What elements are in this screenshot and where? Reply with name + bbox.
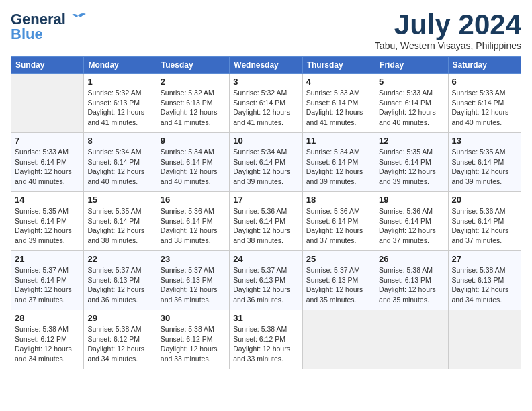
day-number: 12 [379,136,444,146]
calendar-cell: 12Sunrise: 5:35 AMSunset: 6:14 PMDayligh… [375,133,448,192]
page-header: General Blue July 2024 Tabu, Western Vis… [11,11,521,51]
day-info: Sunrise: 5:38 AMSunset: 6:12 PMDaylight:… [233,324,298,364]
weekday-header: Sunday [11,57,84,74]
day-info: Sunrise: 5:36 AMSunset: 6:14 PMDaylight:… [233,206,298,246]
day-info: Sunrise: 5:37 AMSunset: 6:13 PMDaylight:… [161,265,226,305]
day-number: 18 [306,195,371,205]
title-block: July 2024 Tabu, Western Visayas, Philipp… [375,11,521,51]
day-number: 6 [452,77,517,87]
week-row: 1Sunrise: 5:32 AMSunset: 6:13 PMDaylight… [11,74,521,133]
day-number: 10 [233,136,298,146]
day-number: 23 [161,254,226,264]
day-number: 14 [15,195,80,205]
day-info: Sunrise: 5:32 AMSunset: 6:14 PMDaylight:… [233,88,298,128]
day-number: 30 [161,313,226,323]
weekday-header: Wednesday [230,57,302,74]
day-info: Sunrise: 5:34 AMSunset: 6:14 PMDaylight:… [161,147,226,187]
calendar-cell: 31Sunrise: 5:38 AMSunset: 6:12 PMDayligh… [230,310,302,369]
day-info: Sunrise: 5:38 AMSunset: 6:12 PMDaylight:… [15,324,80,364]
calendar-cell [375,310,448,369]
calendar-cell: 10Sunrise: 5:34 AMSunset: 6:14 PMDayligh… [230,133,302,192]
calendar-cell: 5Sunrise: 5:33 AMSunset: 6:14 PMDaylight… [375,74,448,133]
day-number: 11 [306,136,371,146]
day-info: Sunrise: 5:36 AMSunset: 6:14 PMDaylight:… [306,206,371,246]
calendar-cell: 29Sunrise: 5:38 AMSunset: 6:12 PMDayligh… [84,310,157,369]
day-number: 13 [452,136,517,146]
location-subtitle: Tabu, Western Visayas, Philippines [375,40,521,51]
day-info: Sunrise: 5:32 AMSunset: 6:13 PMDaylight:… [161,88,226,128]
day-number: 3 [233,77,298,87]
calendar-cell: 26Sunrise: 5:38 AMSunset: 6:13 PMDayligh… [375,251,448,310]
day-info: Sunrise: 5:33 AMSunset: 6:14 PMDaylight:… [379,88,444,128]
weekday-header: Thursday [302,57,375,74]
day-info: Sunrise: 5:37 AMSunset: 6:14 PMDaylight:… [15,265,80,305]
day-number: 9 [161,136,226,146]
logo-blue: Blue [11,26,43,43]
calendar-cell: 28Sunrise: 5:38 AMSunset: 6:12 PMDayligh… [11,310,84,369]
day-info: Sunrise: 5:33 AMSunset: 6:14 PMDaylight:… [452,88,517,128]
calendar-table: SundayMondayTuesdayWednesdayThursdayFrid… [11,56,521,369]
day-info: Sunrise: 5:35 AMSunset: 6:14 PMDaylight:… [15,206,80,246]
day-info: Sunrise: 5:37 AMSunset: 6:13 PMDaylight:… [306,265,371,305]
day-number: 26 [379,254,444,264]
calendar-cell: 24Sunrise: 5:37 AMSunset: 6:13 PMDayligh… [230,251,302,310]
day-info: Sunrise: 5:34 AMSunset: 6:14 PMDaylight:… [233,147,298,187]
day-info: Sunrise: 5:38 AMSunset: 6:12 PMDaylight:… [161,324,226,364]
day-number: 29 [87,313,152,323]
day-number: 20 [452,195,517,205]
day-number: 8 [87,136,152,146]
day-number: 25 [306,254,371,264]
weekday-header: Tuesday [157,57,229,74]
calendar-cell [11,74,84,133]
day-info: Sunrise: 5:38 AMSunset: 6:13 PMDaylight:… [379,265,444,305]
day-number: 22 [87,254,152,264]
weekday-header: Monday [84,57,157,74]
calendar-cell: 6Sunrise: 5:33 AMSunset: 6:14 PMDaylight… [448,74,521,133]
day-number: 1 [87,77,152,87]
day-number: 31 [233,313,298,323]
calendar-cell: 11Sunrise: 5:34 AMSunset: 6:14 PMDayligh… [302,133,375,192]
week-row: 28Sunrise: 5:38 AMSunset: 6:12 PMDayligh… [11,310,521,369]
calendar-cell: 7Sunrise: 5:33 AMSunset: 6:14 PMDaylight… [11,133,84,192]
calendar-cell: 8Sunrise: 5:34 AMSunset: 6:14 PMDaylight… [84,133,157,192]
calendar-cell [302,310,375,369]
week-row: 7Sunrise: 5:33 AMSunset: 6:14 PMDaylight… [11,133,521,192]
weekday-header: Friday [375,57,448,74]
calendar-cell: 17Sunrise: 5:36 AMSunset: 6:14 PMDayligh… [230,192,302,251]
calendar-cell: 14Sunrise: 5:35 AMSunset: 6:14 PMDayligh… [11,192,84,251]
calendar-cell: 20Sunrise: 5:36 AMSunset: 6:14 PMDayligh… [448,192,521,251]
day-number: 27 [452,254,517,264]
day-info: Sunrise: 5:38 AMSunset: 6:12 PMDaylight:… [87,324,152,364]
calendar-cell: 4Sunrise: 5:33 AMSunset: 6:14 PMDaylight… [302,74,375,133]
calendar-cell: 2Sunrise: 5:32 AMSunset: 6:13 PMDaylight… [157,74,229,133]
day-info: Sunrise: 5:36 AMSunset: 6:14 PMDaylight:… [379,206,444,246]
calendar-cell: 18Sunrise: 5:36 AMSunset: 6:14 PMDayligh… [302,192,375,251]
month-year-title: July 2024 [375,11,521,39]
calendar-cell: 3Sunrise: 5:32 AMSunset: 6:14 PMDaylight… [230,74,302,133]
calendar-cell: 15Sunrise: 5:35 AMSunset: 6:14 PMDayligh… [84,192,157,251]
calendar-cell: 19Sunrise: 5:36 AMSunset: 6:14 PMDayligh… [375,192,448,251]
week-row: 14Sunrise: 5:35 AMSunset: 6:14 PMDayligh… [11,192,521,251]
day-info: Sunrise: 5:33 AMSunset: 6:14 PMDaylight:… [15,147,80,187]
day-number: 2 [161,77,226,87]
calendar-cell: 27Sunrise: 5:38 AMSunset: 6:13 PMDayligh… [448,251,521,310]
day-number: 15 [87,195,152,205]
calendar-cell: 30Sunrise: 5:38 AMSunset: 6:12 PMDayligh… [157,310,229,369]
day-number: 17 [233,195,298,205]
calendar-cell: 16Sunrise: 5:36 AMSunset: 6:14 PMDayligh… [157,192,229,251]
day-number: 5 [379,77,444,87]
day-number: 28 [15,313,80,323]
calendar-cell: 1Sunrise: 5:32 AMSunset: 6:13 PMDaylight… [84,74,157,133]
day-info: Sunrise: 5:35 AMSunset: 6:14 PMDaylight:… [452,147,517,187]
day-number: 16 [161,195,226,205]
week-row: 21Sunrise: 5:37 AMSunset: 6:14 PMDayligh… [11,251,521,310]
day-info: Sunrise: 5:37 AMSunset: 6:13 PMDaylight:… [233,265,298,305]
calendar-cell: 22Sunrise: 5:37 AMSunset: 6:13 PMDayligh… [84,251,157,310]
logo-bird-icon [69,12,87,27]
calendar-cell: 9Sunrise: 5:34 AMSunset: 6:14 PMDaylight… [157,133,229,192]
calendar-cell: 21Sunrise: 5:37 AMSunset: 6:14 PMDayligh… [11,251,84,310]
calendar-cell: 25Sunrise: 5:37 AMSunset: 6:13 PMDayligh… [302,251,375,310]
day-info: Sunrise: 5:32 AMSunset: 6:13 PMDaylight:… [87,88,152,128]
day-info: Sunrise: 5:33 AMSunset: 6:14 PMDaylight:… [306,88,371,128]
weekday-header: Saturday [448,57,521,74]
